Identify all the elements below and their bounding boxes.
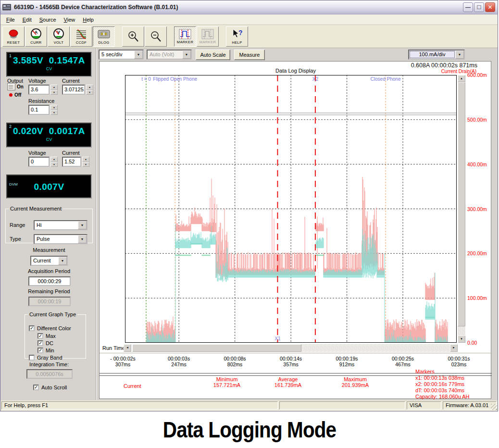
chart-area: 5 sec/div ▼ Auto (Volt) ▼ Auto Scale Mea… <box>97 48 499 400</box>
output-toggle[interactable]: On Off <box>7 83 26 98</box>
stat-average: Average161.739mA <box>274 376 301 388</box>
measurement-select[interactable]: Current ▼ <box>30 256 68 266</box>
voltage2-spinner[interactable]: ▲▼ <box>50 157 58 167</box>
event-label: Flipped Open Phone <box>153 76 197 82</box>
reset-button-icon <box>7 28 20 40</box>
marker-button-disabled: MARKER <box>197 26 219 47</box>
max-checkbox[interactable]: ✓ Max <box>37 333 56 339</box>
different-color-checkbox[interactable]: ✓ Different Color <box>29 325 71 331</box>
current2-spinner[interactable]: ▲▼ <box>82 157 89 167</box>
cursor-label: X2 <box>312 76 318 82</box>
app-icon <box>2 4 11 11</box>
marker-button[interactable]: MARKER <box>174 26 196 47</box>
output1-display: 1 3.585V 0.1547A CV <box>6 52 92 77</box>
status-firmware: Firmware: A.03.01 <box>443 401 497 410</box>
menu-help[interactable]: Help <box>79 15 98 24</box>
menu-edit[interactable]: Edit <box>19 15 36 24</box>
scroll-up-icon[interactable]: ▲ <box>458 75 465 82</box>
checkbox-checked-icon[interactable]: ✓ <box>29 325 35 331</box>
hscroll-thumb[interactable] <box>132 344 301 352</box>
voltage2-field[interactable]: 0 ▲▼ <box>28 157 58 167</box>
maximize-button[interactable]: ☐ <box>474 2 484 12</box>
y-tick-label: 200.00m <box>467 250 491 256</box>
auto-scroll-checkbox[interactable]: ✓ Auto Scroll <box>33 385 67 390</box>
type-select[interactable]: Pulse ▼ <box>34 234 87 244</box>
output-on-icon <box>7 83 15 90</box>
chevron-down-icon[interactable]: ▼ <box>58 257 67 265</box>
vscroll-thumb[interactable] <box>458 82 465 326</box>
y-tick-label: 500.00m <box>467 117 491 123</box>
x-tick-label: 00:00:08s802ms <box>213 356 257 367</box>
status-empty-panel <box>279 401 405 410</box>
chevron-down-icon[interactable]: ▼ <box>78 221 87 229</box>
reset-button[interactable]: RESET <box>2 26 25 47</box>
y-tick-label: 400.00m <box>467 162 491 167</box>
zoom-out-button[interactable] <box>145 26 167 47</box>
auto-scale-button[interactable]: Auto Scale <box>196 50 230 60</box>
output1-mode: CV <box>7 66 91 73</box>
x-tick-label: 00:00:19s912ms <box>325 356 369 367</box>
chevron-down-icon[interactable]: ▼ <box>78 235 87 243</box>
left-panel: 1 3.585V 0.1547A CV Output On Off Voltag… <box>1 48 97 400</box>
current1-field[interactable]: 3.07125 ▲▼ <box>62 85 93 95</box>
menu-file[interactable]: File <box>2 15 19 24</box>
scroll-left-icon[interactable]: ◄ <box>124 344 131 352</box>
chevron-down-icon[interactable]: ▼ <box>455 50 464 59</box>
menu-source[interactable]: Source <box>36 15 60 24</box>
output2-mode: CV <box>7 137 91 144</box>
resistance-field[interactable]: 0.1 ▲▼ <box>28 105 58 115</box>
markers-readout: Markers x1: 00:00:13s 038ms x2: 00:00:16… <box>415 369 470 400</box>
help-button[interactable]: ? HELP <box>226 26 248 47</box>
remaining-period-label: Remaining Period <box>1 288 97 294</box>
voltage1-spinner[interactable]: ▲▼ <box>50 85 58 95</box>
current2-field[interactable]: 1.52 ▲▼ <box>62 157 89 167</box>
time-per-div-select[interactable]: 5 sec/div ▼ <box>99 50 144 60</box>
zoom-in-button[interactable] <box>122 26 144 47</box>
scroll-right-icon[interactable]: ► <box>450 344 458 352</box>
output1-reading: 3.585V 0.1547A <box>7 53 91 66</box>
checkbox-checked-icon[interactable]: ✓ <box>37 340 43 346</box>
dlog-button[interactable]: DLOG <box>93 26 115 47</box>
acquisition-period-label: Acquisition Period <box>1 268 97 274</box>
figure-caption: Data Logging Mode <box>35 416 464 443</box>
min-checkbox[interactable]: ✓ Min <box>37 348 54 353</box>
horizontal-scrollbar[interactable]: ► <box>132 344 458 352</box>
output2-reading: 0.020V 0.0017A <box>7 124 91 137</box>
resistance-label: Resistance <box>28 98 54 104</box>
gray-band-checkbox[interactable]: Gray Band <box>29 355 62 361</box>
amps-per-div-select[interactable]: 100.mA/div ▼ <box>408 50 465 60</box>
close-button[interactable]: ✕ <box>485 2 495 12</box>
integration-time-field: 0.0050076s <box>26 369 73 379</box>
voltage1-field[interactable]: 3.6 ▲▼ <box>28 85 58 95</box>
acquisition-period-field[interactable]: 000:00:29 <box>28 276 71 286</box>
checkbox-checked-icon[interactable]: ✓ <box>37 348 43 353</box>
checkbox-checked-icon[interactable]: ✓ <box>37 333 43 339</box>
current1-spinner[interactable]: ▲▼ <box>86 85 93 95</box>
curr-button[interactable]: A CURR <box>25 26 47 47</box>
marker-waveform-disabled-icon <box>201 29 214 39</box>
measure-button[interactable]: Measure <box>234 50 265 60</box>
minimize-button[interactable]: — <box>463 2 473 12</box>
ccdf-button[interactable]: CCDF <box>70 26 92 47</box>
resistance-spinner[interactable]: ▲▼ <box>50 105 58 115</box>
dc-checkbox[interactable]: ✓ DC <box>37 340 53 346</box>
x-tick-label: 00:00:03s247ms <box>157 356 200 367</box>
checkbox-checked-icon[interactable]: ✓ <box>33 385 39 390</box>
stats-series-label: Current <box>124 383 141 389</box>
y-tick-label: 300.00m <box>467 206 491 212</box>
range-select[interactable]: Hi ▼ <box>34 220 87 230</box>
checkbox-unchecked-icon[interactable] <box>29 355 35 361</box>
menu-bar: File Edit Source View Help <box>0 14 498 25</box>
volt-button[interactable]: V VOLT <box>48 26 70 47</box>
menu-view[interactable]: View <box>60 15 79 24</box>
type-label: Type <box>10 236 21 242</box>
vertical-scrollbar[interactable]: ▲ ▼ <box>458 75 465 343</box>
y-tick-label: 600.00m <box>467 72 491 78</box>
integration-time-label: Integration Time: <box>1 361 97 367</box>
chevron-down-icon[interactable]: ▼ <box>134 50 143 59</box>
output2-display: 2 0.020V 0.0017A CV <box>6 123 92 148</box>
plot-area[interactable]: t = 0Flipped Open PhoneClosed PhoneX1X2 <box>125 75 457 343</box>
resize-grip[interactable] <box>491 404 497 410</box>
scroll-down-icon[interactable]: ▼ <box>458 336 465 343</box>
toolbar: RESET A CURR V VOLT <box>0 25 498 48</box>
